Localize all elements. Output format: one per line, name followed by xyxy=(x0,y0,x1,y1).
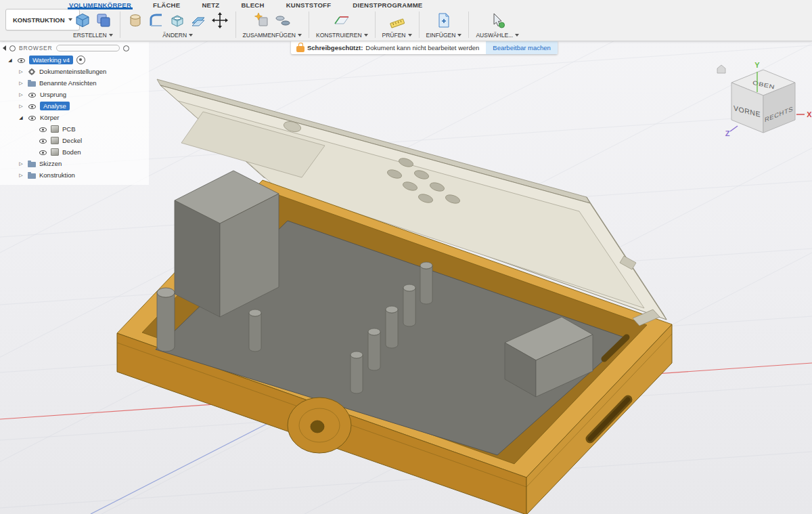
toolbar-separator xyxy=(120,12,120,38)
toolbar-separator xyxy=(375,12,376,38)
axis-x-label: X xyxy=(807,110,812,119)
browser-options-icon[interactable] xyxy=(123,45,129,51)
construction-plane-icon[interactable] xyxy=(334,12,350,28)
expand-caret-icon[interactable] xyxy=(18,103,24,110)
browser-item-skizzen[interactable]: Skizzen xyxy=(0,158,149,169)
erstellen-menu-button[interactable]: ERSTELLEN xyxy=(73,32,113,39)
axis-y-label: Y xyxy=(754,61,760,69)
toolbar-group-zusammenfuegen: ZUSAMMENFÜGEN xyxy=(238,9,307,41)
readonly-banner: Schreibgeschützt: Dokument kann nicht be… xyxy=(291,41,558,54)
browser-search-bar[interactable] xyxy=(56,45,120,51)
visibility-eye-icon[interactable] xyxy=(39,125,47,133)
toolbar-separator xyxy=(235,12,236,38)
body-icon xyxy=(51,125,59,133)
auswaehlen-menu-button[interactable]: AUSWÄHLE... xyxy=(476,32,519,39)
browser-panel: BROWSER Waterking v4 Dokumenteinstellung… xyxy=(0,42,149,185)
browser-header: BROWSER xyxy=(0,42,149,54)
chevron-down-icon xyxy=(298,34,302,37)
ribbon-tabs: VOLUMENKÖRPER FLÄCHE NETZ BLECH KUNSTSTO… xyxy=(68,0,812,9)
tab-flaeche[interactable]: FLÄCHE xyxy=(152,0,181,9)
document-name[interactable]: Waterking v4 xyxy=(29,56,73,64)
pcb-block-left[interactable] xyxy=(175,171,279,317)
folder-icon xyxy=(28,173,36,179)
move-icon[interactable] xyxy=(211,12,229,29)
gear-icon xyxy=(28,68,36,76)
expand-caret-icon[interactable] xyxy=(18,68,24,75)
fusion-window: OBEN VORNE RECHTS Y X Z KONSTRUKTION VOL… xyxy=(0,0,812,514)
zusammenfuegen-menu-button[interactable]: ZUSAMMENFÜGEN xyxy=(243,32,302,39)
toolbar-group-pruefen: PRÜFEN xyxy=(377,9,418,41)
join-icon[interactable] xyxy=(254,12,270,28)
viewcube-home-icon[interactable] xyxy=(717,65,725,73)
expand-caret-icon[interactable] xyxy=(18,172,24,179)
einfuegen-menu-button[interactable]: EINFÜGEN xyxy=(426,32,462,39)
toolbar-group-konstruieren: KONSTRUIEREN xyxy=(311,9,374,41)
expand-caret-icon[interactable] xyxy=(7,57,14,64)
offset-plane-icon[interactable] xyxy=(190,12,206,28)
aendern-menu-button[interactable]: ÄNDERN xyxy=(162,32,193,39)
expand-caret-icon[interactable] xyxy=(18,91,24,98)
browser-item-boden[interactable]: Boden xyxy=(0,146,149,158)
top-toolbar: KONSTRUKTION VOLUMENKÖRPER FLÄCHE NETZ B… xyxy=(0,0,812,41)
visibility-eye-icon[interactable] xyxy=(28,102,37,110)
press-pull-icon[interactable] xyxy=(127,12,143,28)
joint-icon[interactable] xyxy=(275,12,291,28)
browser-item-ursprung[interactable]: Ursprung xyxy=(0,89,149,100)
pcb-standoff-large[interactable] xyxy=(157,288,175,351)
insert-icon[interactable] xyxy=(436,12,452,28)
chevron-down-icon xyxy=(364,34,368,37)
browser-item-pcb[interactable]: PCB xyxy=(0,123,149,135)
tab-kunststoff[interactable]: KUNSTSTOFF xyxy=(285,0,333,9)
toolbar-group-aendern: ÄNDERN xyxy=(122,9,234,41)
workspace-label: KONSTRUKTION xyxy=(13,16,65,24)
chevron-down-icon xyxy=(457,34,461,37)
toolbar-group-erstellen: ERSTELLEN xyxy=(68,9,118,41)
shell-icon[interactable] xyxy=(169,12,185,28)
viewcube[interactable]: OBEN VORNE RECHTS Y X Z xyxy=(717,61,812,137)
konstruieren-menu-button[interactable]: KONSTRUIEREN xyxy=(316,32,368,39)
tab-netz[interactable]: NETZ xyxy=(200,0,221,9)
select-icon[interactable] xyxy=(489,12,505,28)
visibility-eye-icon[interactable] xyxy=(39,137,47,145)
measure-icon[interactable] xyxy=(389,12,405,28)
create-solid-icon[interactable] xyxy=(74,12,91,28)
visibility-eye-icon[interactable] xyxy=(39,148,47,156)
tab-dienstprogramme[interactable]: DIENSTPROGRAMME xyxy=(351,0,424,9)
chevron-down-icon xyxy=(109,34,113,37)
browser-item-deckel[interactable]: Deckel xyxy=(0,135,149,146)
visibility-eye-icon[interactable] xyxy=(17,56,26,64)
body-icon xyxy=(51,148,59,156)
tab-volumenkoerper[interactable]: VOLUMENKÖRPER xyxy=(68,0,133,9)
body-icon xyxy=(51,137,59,144)
banner-title: Schreibgeschützt: xyxy=(307,44,363,51)
browser-item-analyse[interactable]: Analyse xyxy=(0,100,149,112)
browser-item-dokumenteinstellungen[interactable]: Dokumenteinstellungen xyxy=(0,66,149,77)
activate-component-icon[interactable] xyxy=(76,56,85,64)
pruefen-menu-button[interactable]: PRÜFEN xyxy=(382,32,412,39)
chevron-down-icon xyxy=(189,34,193,37)
browser-item-konstruktion[interactable]: Konstruktion xyxy=(0,169,149,181)
browser-item-koerper[interactable]: Körper xyxy=(0,112,149,123)
folder-icon xyxy=(28,81,36,87)
browser-item-benannte-ansichten[interactable]: Benannte Ansichten xyxy=(0,77,149,89)
expand-caret-icon[interactable] xyxy=(18,160,24,167)
fillet-icon[interactable] xyxy=(148,12,164,28)
expand-caret-icon[interactable] xyxy=(18,114,24,121)
create-sketch-icon[interactable] xyxy=(95,12,112,28)
collapse-browser-icon[interactable] xyxy=(3,45,6,51)
tab-blech[interactable]: BLECH xyxy=(240,0,265,9)
visibility-eye-icon[interactable] xyxy=(28,91,37,99)
toolbar-separator xyxy=(468,12,469,38)
toolbar-group-einfuegen: EINFÜGEN xyxy=(421,9,468,41)
make-editable-link[interactable]: Bearbeitbar machen xyxy=(486,41,558,54)
toolbar-separator xyxy=(309,12,309,38)
lock-icon xyxy=(296,46,304,52)
browser-filter-icon[interactable] xyxy=(9,45,16,51)
expand-caret-icon[interactable] xyxy=(18,80,24,87)
browser-item-root[interactable]: Waterking v4 xyxy=(0,54,149,66)
visibility-eye-icon[interactable] xyxy=(28,114,37,122)
front-clasp-tab[interactable] xyxy=(288,398,351,453)
chevron-down-icon xyxy=(515,34,519,37)
toolbar-separator xyxy=(419,12,420,38)
banner-message: Dokument kann nicht bearbeitet werden xyxy=(365,44,479,51)
